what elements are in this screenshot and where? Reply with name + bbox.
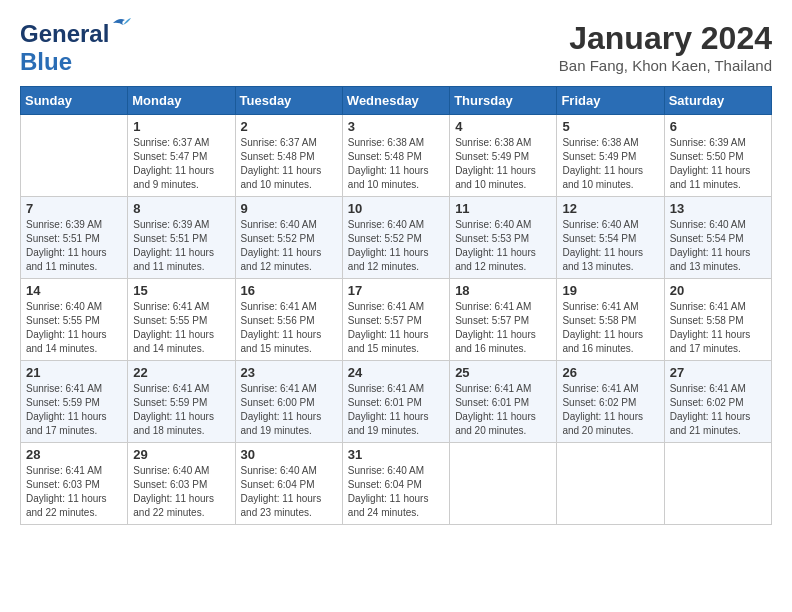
day-info: Sunrise: 6:41 AMSunset: 6:01 PMDaylight:… [455, 382, 551, 438]
day-number: 27 [670, 365, 766, 380]
day-number: 5 [562, 119, 658, 134]
calendar-cell [557, 443, 664, 525]
day-info: Sunrise: 6:39 AMSunset: 5:51 PMDaylight:… [133, 218, 229, 274]
day-number: 12 [562, 201, 658, 216]
day-number: 18 [455, 283, 551, 298]
day-number: 4 [455, 119, 551, 134]
day-info: Sunrise: 6:40 AMSunset: 6:03 PMDaylight:… [133, 464, 229, 520]
calendar-header-thursday: Thursday [450, 87, 557, 115]
day-info: Sunrise: 6:40 AMSunset: 5:54 PMDaylight:… [670, 218, 766, 274]
subtitle: Ban Fang, Khon Kaen, Thailand [559, 57, 772, 74]
day-info: Sunrise: 6:41 AMSunset: 5:57 PMDaylight:… [348, 300, 444, 356]
calendar-cell: 1Sunrise: 6:37 AMSunset: 5:47 PMDaylight… [128, 115, 235, 197]
day-info: Sunrise: 6:40 AMSunset: 5:53 PMDaylight:… [455, 218, 551, 274]
calendar-header-monday: Monday [128, 87, 235, 115]
calendar-cell: 24Sunrise: 6:41 AMSunset: 6:01 PMDayligh… [342, 361, 449, 443]
day-number: 19 [562, 283, 658, 298]
calendar-cell: 6Sunrise: 6:39 AMSunset: 5:50 PMDaylight… [664, 115, 771, 197]
calendar-cell: 11Sunrise: 6:40 AMSunset: 5:53 PMDayligh… [450, 197, 557, 279]
day-info: Sunrise: 6:41 AMSunset: 5:55 PMDaylight:… [133, 300, 229, 356]
day-info: Sunrise: 6:41 AMSunset: 6:01 PMDaylight:… [348, 382, 444, 438]
day-info: Sunrise: 6:41 AMSunset: 5:59 PMDaylight:… [26, 382, 122, 438]
calendar-cell: 31Sunrise: 6:40 AMSunset: 6:04 PMDayligh… [342, 443, 449, 525]
day-info: Sunrise: 6:40 AMSunset: 5:52 PMDaylight:… [241, 218, 337, 274]
day-info: Sunrise: 6:38 AMSunset: 5:49 PMDaylight:… [562, 136, 658, 192]
day-number: 23 [241, 365, 337, 380]
day-info: Sunrise: 6:41 AMSunset: 6:02 PMDaylight:… [562, 382, 658, 438]
calendar-cell: 16Sunrise: 6:41 AMSunset: 5:56 PMDayligh… [235, 279, 342, 361]
day-info: Sunrise: 6:39 AMSunset: 5:51 PMDaylight:… [26, 218, 122, 274]
day-info: Sunrise: 6:38 AMSunset: 5:49 PMDaylight:… [455, 136, 551, 192]
day-info: Sunrise: 6:40 AMSunset: 5:54 PMDaylight:… [562, 218, 658, 274]
calendar-cell: 9Sunrise: 6:40 AMSunset: 5:52 PMDaylight… [235, 197, 342, 279]
calendar-header-tuesday: Tuesday [235, 87, 342, 115]
calendar-cell: 4Sunrise: 6:38 AMSunset: 5:49 PMDaylight… [450, 115, 557, 197]
day-info: Sunrise: 6:41 AMSunset: 5:57 PMDaylight:… [455, 300, 551, 356]
main-title: January 2024 [559, 20, 772, 57]
day-info: Sunrise: 6:41 AMSunset: 5:56 PMDaylight:… [241, 300, 337, 356]
day-number: 25 [455, 365, 551, 380]
day-number: 22 [133, 365, 229, 380]
calendar-cell: 29Sunrise: 6:40 AMSunset: 6:03 PMDayligh… [128, 443, 235, 525]
day-number: 6 [670, 119, 766, 134]
day-number: 13 [670, 201, 766, 216]
day-number: 30 [241, 447, 337, 462]
day-number: 8 [133, 201, 229, 216]
calendar-header-row: SundayMondayTuesdayWednesdayThursdayFrid… [21, 87, 772, 115]
day-info: Sunrise: 6:37 AMSunset: 5:47 PMDaylight:… [133, 136, 229, 192]
calendar-cell: 25Sunrise: 6:41 AMSunset: 6:01 PMDayligh… [450, 361, 557, 443]
calendar-cell: 20Sunrise: 6:41 AMSunset: 5:58 PMDayligh… [664, 279, 771, 361]
logo-bird-icon [111, 15, 131, 33]
calendar-cell: 30Sunrise: 6:40 AMSunset: 6:04 PMDayligh… [235, 443, 342, 525]
page-header: General Blue January 2024 Ban Fang, Khon… [20, 20, 772, 76]
calendar-week-1: 1Sunrise: 6:37 AMSunset: 5:47 PMDaylight… [21, 115, 772, 197]
calendar-week-4: 21Sunrise: 6:41 AMSunset: 5:59 PMDayligh… [21, 361, 772, 443]
day-info: Sunrise: 6:41 AMSunset: 5:58 PMDaylight:… [670, 300, 766, 356]
calendar-cell: 28Sunrise: 6:41 AMSunset: 6:03 PMDayligh… [21, 443, 128, 525]
day-number: 28 [26, 447, 122, 462]
calendar-cell: 2Sunrise: 6:37 AMSunset: 5:48 PMDaylight… [235, 115, 342, 197]
calendar-header-friday: Friday [557, 87, 664, 115]
day-number: 24 [348, 365, 444, 380]
day-info: Sunrise: 6:41 AMSunset: 6:00 PMDaylight:… [241, 382, 337, 438]
calendar-week-5: 28Sunrise: 6:41 AMSunset: 6:03 PMDayligh… [21, 443, 772, 525]
day-number: 10 [348, 201, 444, 216]
calendar-header-saturday: Saturday [664, 87, 771, 115]
calendar-cell: 7Sunrise: 6:39 AMSunset: 5:51 PMDaylight… [21, 197, 128, 279]
calendar-header-wednesday: Wednesday [342, 87, 449, 115]
calendar-week-3: 14Sunrise: 6:40 AMSunset: 5:55 PMDayligh… [21, 279, 772, 361]
calendar-cell: 27Sunrise: 6:41 AMSunset: 6:02 PMDayligh… [664, 361, 771, 443]
calendar-cell: 22Sunrise: 6:41 AMSunset: 5:59 PMDayligh… [128, 361, 235, 443]
calendar-cell: 13Sunrise: 6:40 AMSunset: 5:54 PMDayligh… [664, 197, 771, 279]
day-number: 9 [241, 201, 337, 216]
day-number: 29 [133, 447, 229, 462]
day-number: 3 [348, 119, 444, 134]
day-info: Sunrise: 6:41 AMSunset: 6:03 PMDaylight:… [26, 464, 122, 520]
calendar-cell: 19Sunrise: 6:41 AMSunset: 5:58 PMDayligh… [557, 279, 664, 361]
calendar-cell: 12Sunrise: 6:40 AMSunset: 5:54 PMDayligh… [557, 197, 664, 279]
calendar-cell: 3Sunrise: 6:38 AMSunset: 5:48 PMDaylight… [342, 115, 449, 197]
calendar-cell: 17Sunrise: 6:41 AMSunset: 5:57 PMDayligh… [342, 279, 449, 361]
calendar-body: 1Sunrise: 6:37 AMSunset: 5:47 PMDaylight… [21, 115, 772, 525]
logo-general: General [20, 20, 109, 47]
day-number: 15 [133, 283, 229, 298]
day-info: Sunrise: 6:38 AMSunset: 5:48 PMDaylight:… [348, 136, 444, 192]
calendar-cell: 5Sunrise: 6:38 AMSunset: 5:49 PMDaylight… [557, 115, 664, 197]
day-info: Sunrise: 6:41 AMSunset: 6:02 PMDaylight:… [670, 382, 766, 438]
day-info: Sunrise: 6:41 AMSunset: 5:59 PMDaylight:… [133, 382, 229, 438]
day-info: Sunrise: 6:40 AMSunset: 6:04 PMDaylight:… [348, 464, 444, 520]
day-number: 14 [26, 283, 122, 298]
day-number: 1 [133, 119, 229, 134]
calendar-cell: 26Sunrise: 6:41 AMSunset: 6:02 PMDayligh… [557, 361, 664, 443]
logo-blue: Blue [20, 48, 72, 75]
calendar-cell: 14Sunrise: 6:40 AMSunset: 5:55 PMDayligh… [21, 279, 128, 361]
day-info: Sunrise: 6:40 AMSunset: 6:04 PMDaylight:… [241, 464, 337, 520]
day-number: 20 [670, 283, 766, 298]
calendar-week-2: 7Sunrise: 6:39 AMSunset: 5:51 PMDaylight… [21, 197, 772, 279]
calendar-header-sunday: Sunday [21, 87, 128, 115]
calendar-table: SundayMondayTuesdayWednesdayThursdayFrid… [20, 86, 772, 525]
day-number: 2 [241, 119, 337, 134]
calendar-cell: 10Sunrise: 6:40 AMSunset: 5:52 PMDayligh… [342, 197, 449, 279]
day-number: 31 [348, 447, 444, 462]
calendar-cell [21, 115, 128, 197]
